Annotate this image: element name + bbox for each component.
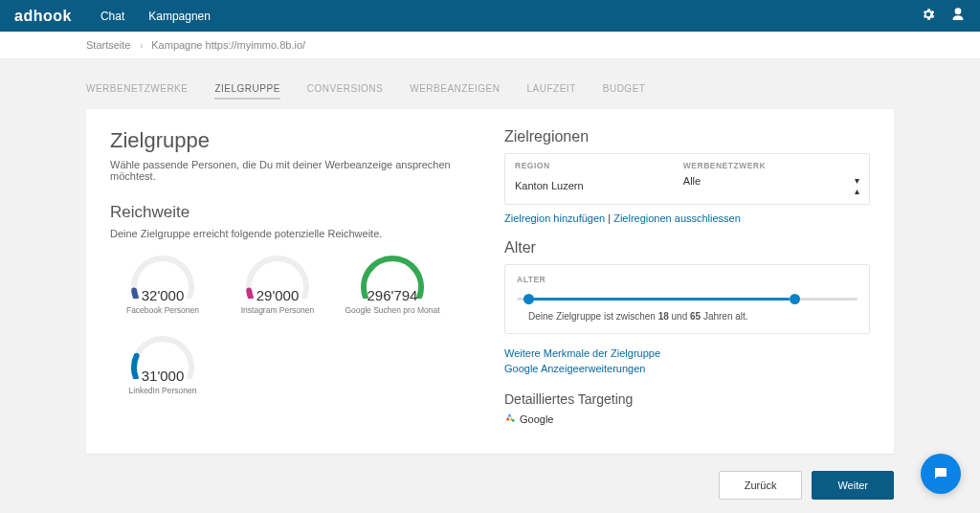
- main-card: Zielgruppe Wähle passende Personen, die …: [86, 109, 894, 454]
- google-extensions-link[interactable]: Google Anzeigeerweiterungen: [504, 363, 870, 374]
- nav-chat[interactable]: Chat: [100, 10, 124, 23]
- age-slider[interactable]: [517, 294, 858, 303]
- reach-title: Reichweite: [110, 203, 476, 222]
- back-button[interactable]: Zurück: [719, 471, 803, 500]
- detailed-targeting-title: Detailliertes Targeting: [504, 391, 870, 407]
- alter-box: ALTER Deine Zielgruppe ist zwischen 18 u…: [504, 264, 870, 334]
- settings-icon[interactable]: [921, 7, 936, 25]
- slider-thumb-min[interactable]: [523, 294, 534, 304]
- alter-title: Alter: [504, 239, 870, 256]
- tab-budget[interactable]: BUDGET: [603, 83, 646, 100]
- gauge: 296'794Google Suchen pro Monat: [340, 249, 445, 315]
- gauge: 32'000Facebook Personen: [110, 249, 215, 315]
- tab-werbeanzeigen[interactable]: WERBEANZEIGEN: [410, 83, 500, 100]
- regions-title: Zielregionen: [504, 128, 870, 145]
- chevron-down-icon: ▾▴: [855, 175, 859, 196]
- alter-message: Deine Zielgruppe ist zwischen 18 und 65 …: [528, 311, 858, 322]
- exclude-regions-link[interactable]: Zielregionen ausschliessen: [613, 212, 741, 224]
- tab-conversions[interactable]: CONVERSIONS: [307, 83, 383, 100]
- table-row: Kanton Luzern Alle▾▴: [505, 173, 869, 204]
- right-column: Zielregionen REGION WERBENETZWERK Kanton…: [504, 128, 870, 435]
- breadcrumb-home[interactable]: Startseite: [86, 39, 130, 51]
- user-icon[interactable]: [950, 7, 966, 25]
- more-features-link[interactable]: Weitere Merkmale der Zielgruppe: [504, 347, 870, 359]
- logo: adhook: [14, 8, 72, 25]
- tab-zielgruppe[interactable]: ZIELGRUPPE: [214, 83, 279, 100]
- targeting-google-label: Google: [520, 413, 553, 425]
- breadcrumb: Startseite › Kampagne https://myimmo.8b.…: [0, 32, 980, 59]
- reach-subtitle: Deine Zielgruppe erreicht folgende poten…: [110, 228, 476, 239]
- regions-table: REGION WERBENETZWERK Kanton Luzern Alle▾…: [504, 153, 870, 205]
- google-icon: [504, 413, 515, 425]
- chat-fab[interactable]: [921, 454, 961, 494]
- add-region-link[interactable]: Zielregion hinzufügen: [504, 212, 605, 224]
- page-subtitle: Wähle passende Personen, die Du mit dein…: [110, 159, 476, 182]
- tab-werbenetzwerke[interactable]: WERBENETZWERKE: [86, 83, 188, 100]
- gauges-container: 32'000Facebook Personen 29'000Instagram …: [110, 249, 476, 395]
- svg-point-0: [512, 419, 515, 422]
- top-nav: Chat Kampagnen: [100, 10, 211, 23]
- nav-kampagnen[interactable]: Kampagnen: [148, 10, 211, 23]
- targeting-google-row[interactable]: Google: [504, 413, 870, 425]
- region-cell: Kanton Luzern: [505, 173, 674, 204]
- breadcrumb-current: Kampagne https://myimmo.8b.io/: [151, 39, 305, 51]
- region-links: Zielregion hinzufügen | Zielregionen aus…: [504, 212, 870, 224]
- regions-header-net: WERBENETZWERK: [674, 154, 869, 173]
- left-column: Zielgruppe Wähle passende Personen, die …: [110, 128, 476, 435]
- tabs: WERBENETZWERKE ZIELGRUPPE CONVERSIONS WE…: [86, 74, 894, 109]
- chevron-right-icon: ›: [140, 39, 142, 51]
- top-bar: adhook Chat Kampagnen: [0, 0, 980, 32]
- tab-laufzeit[interactable]: LAUFZEIT: [527, 83, 576, 100]
- extra-links: Weitere Merkmale der Zielgruppe Google A…: [504, 347, 870, 374]
- alter-label: ALTER: [517, 275, 858, 284]
- footer-buttons: Zurück Weiter: [0, 454, 980, 500]
- slider-thumb-max[interactable]: [790, 294, 800, 304]
- page-title: Zielgruppe: [110, 128, 476, 153]
- gauge: 31'000LinkedIn Personen: [110, 329, 215, 395]
- next-button[interactable]: Weiter: [812, 471, 894, 500]
- chat-icon: [932, 465, 949, 482]
- gauge: 29'000Instagram Personen: [225, 249, 330, 315]
- network-select[interactable]: Alle▾▴: [674, 173, 869, 204]
- regions-header-region: REGION: [505, 154, 674, 173]
